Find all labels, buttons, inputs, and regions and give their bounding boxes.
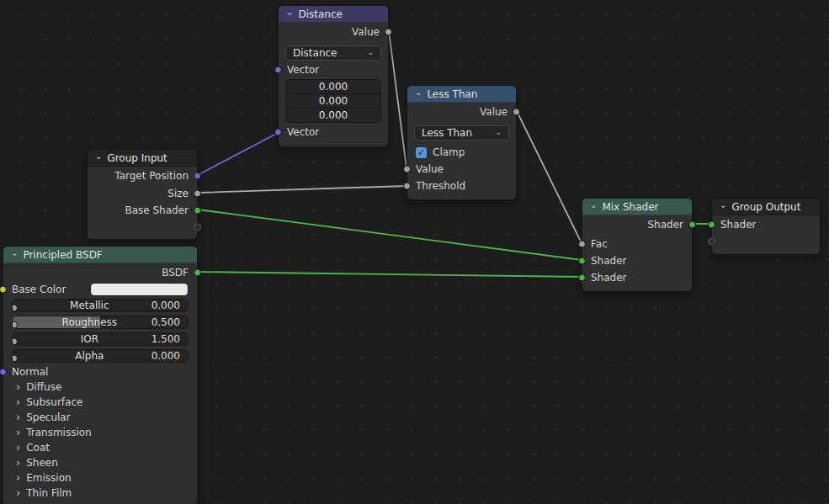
panel-specular[interactable]: › Specular [3, 410, 197, 425]
vector-z-field[interactable]: 0.000 [286, 109, 380, 122]
panel-coat[interactable]: › Coat [3, 440, 197, 455]
socket-input-vector2[interactable] [274, 129, 282, 136]
collapse-chevron-icon[interactable]: ⌄ [95, 152, 102, 161]
ior-slider[interactable]: IOR 1.500 [12, 332, 189, 346]
socket-output-bsdf[interactable] [194, 269, 201, 277]
socket-virtual[interactable] [708, 238, 715, 246]
output-label: Size [167, 188, 189, 199]
node-group-input[interactable]: ⌄ Group Input Target Position Size Base … [87, 149, 198, 240]
clamp-label: Clamp [433, 146, 465, 158]
socket-output-value[interactable] [385, 29, 392, 36]
chevron-right-icon: › [16, 381, 20, 392]
node-mix-shader[interactable]: ⌄ Mix Shader Shader Fac Shader Shader [582, 198, 693, 292]
panel-subsurface[interactable]: › Subsurface [3, 395, 197, 410]
input-label: Shader [591, 255, 627, 267]
link-bsdf-to-mix-shader[interactable] [198, 272, 582, 277]
operation-dropdown[interactable]: Less Than ⌄ [414, 125, 509, 141]
node-less-than[interactable]: ⌄ Less Than Value Less Than ⌄ ✓ Clamp Va… [407, 85, 517, 200]
node-title: Mix Shader [602, 201, 658, 213]
panel-sheen[interactable]: › Sheen [3, 455, 197, 470]
node-title: Principled BSDF [23, 249, 102, 261]
output-row-target-position: Target Position [88, 167, 197, 185]
base-color-swatch[interactable] [90, 283, 189, 296]
socket-input-normal[interactable] [0, 369, 7, 376]
socket-output-value[interactable] [513, 109, 520, 116]
node-distance[interactable]: ⌄ Distance Value Distance ⌄ Vector 0.000… [278, 5, 389, 147]
node-title: Group Output [731, 201, 800, 213]
output-label: Value [480, 106, 507, 118]
socket-input-threshold[interactable] [403, 183, 411, 190]
chevron-right-icon: › [16, 411, 20, 422]
metallic-slider[interactable]: Metallic 0.000 [12, 299, 189, 312]
output-row-base-shader: Base Shader [88, 202, 197, 219]
input-label: Shader [591, 272, 627, 284]
input-row-value: Value [407, 161, 516, 178]
vector-value-stack: 0.000 0.000 0.000 [285, 79, 381, 123]
link-distance-value-to-lessthan-value[interactable] [389, 31, 407, 168]
output-row-shader: Shader [582, 215, 692, 234]
chevron-down-icon: ⌄ [495, 128, 502, 136]
clamp-checkbox[interactable]: ✓ [416, 147, 427, 158]
collapse-chevron-icon[interactable]: ⌄ [11, 249, 18, 257]
socket-input-fac[interactable] [578, 241, 586, 248]
node-principled-bsdf-header[interactable]: ⌄ Principled BSDF [3, 247, 197, 263]
collapse-chevron-icon[interactable]: ⌄ [415, 88, 422, 97]
node-group-output[interactable]: ⌄ Group Output Shader [711, 198, 821, 255]
vector-y-field[interactable]: 0.000 [286, 94, 380, 108]
chevron-right-icon: › [16, 427, 20, 438]
output-row-value: Value [407, 103, 516, 121]
link-size-to-threshold[interactable] [198, 186, 407, 193]
socket-input-base-color[interactable] [0, 286, 7, 294]
socket-input-ior[interactable] [12, 337, 18, 345]
chevron-right-icon: › [16, 457, 20, 468]
operation-dropdown[interactable]: Distance ⌄ [285, 45, 381, 61]
clamp-option-row: ✓ Clamp [416, 146, 507, 159]
panel-emission[interactable]: › Emission [3, 470, 197, 485]
node-title: Distance [298, 8, 342, 20]
chevron-right-icon: › [16, 472, 20, 483]
input-label: Threshold [416, 180, 465, 192]
input-label: Fac [591, 238, 608, 250]
input-row-fac: Fac [582, 236, 692, 252]
chevron-right-icon: › [16, 396, 20, 407]
vector-x-field[interactable]: 0.000 [286, 80, 380, 93]
node-principled-bsdf[interactable]: ⌄ Principled BSDF BSDF Base Color Metall… [3, 246, 198, 504]
roughness-slider[interactable]: Roughness 0.500 [12, 316, 189, 329]
node-group-input-header[interactable]: ⌄ Group Input [88, 150, 197, 167]
node-mix-shader-header[interactable]: ⌄ Mix Shader [582, 199, 692, 215]
link-lessthan-value-to-fac[interactable] [517, 111, 582, 243]
input-row-shader: Shader [712, 215, 820, 234]
link-base-shader-to-mix-shader[interactable] [198, 210, 582, 260]
socket-input-shader1[interactable] [578, 257, 586, 265]
socket-input-vector[interactable] [274, 66, 282, 74]
chevron-right-icon: › [16, 487, 20, 498]
socket-input-shader2[interactable] [578, 274, 586, 282]
node-distance-header[interactable]: ⌄ Distance [279, 6, 388, 23]
socket-output-base-shader[interactable] [194, 207, 201, 215]
socket-input-value[interactable] [403, 166, 411, 173]
socket-virtual[interactable] [194, 224, 201, 231]
alpha-slider[interactable]: Alpha 0.000 [12, 349, 189, 363]
socket-input-metallic[interactable] [12, 304, 18, 311]
socket-input-alpha[interactable] [12, 354, 18, 362]
socket-input-shader[interactable] [708, 221, 715, 229]
panel-transmission[interactable]: › Transmission [3, 425, 197, 440]
link-target-position-to-vector[interactable] [198, 133, 278, 175]
panel-thin-film[interactable]: › Thin Film [3, 485, 197, 501]
node-group-output-header[interactable]: ⌄ Group Output [712, 199, 820, 215]
socket-output-target-position[interactable] [194, 172, 201, 180]
input-row-shader2: Shader [582, 269, 692, 286]
socket-output-shader[interactable] [688, 221, 696, 229]
collapse-chevron-icon[interactable]: ⌄ [286, 8, 293, 17]
node-editor-canvas[interactable]: ⌄ Distance Value Distance ⌄ Vector 0.000… [0, 0, 829, 504]
socket-output-size[interactable] [194, 190, 201, 198]
input-label: Shader [720, 219, 757, 231]
collapse-chevron-icon[interactable]: ⌄ [720, 201, 726, 210]
output-label: Shader [647, 219, 683, 231]
panel-diffuse[interactable]: › Diffuse [3, 379, 197, 395]
chevron-down-icon: ⌄ [367, 48, 374, 56]
input-label: Vector [287, 126, 319, 138]
input-row-shader1: Shader [582, 252, 692, 269]
node-less-than-header[interactable]: ⌄ Less Than [407, 86, 516, 103]
collapse-chevron-icon[interactable]: ⌄ [590, 201, 597, 210]
